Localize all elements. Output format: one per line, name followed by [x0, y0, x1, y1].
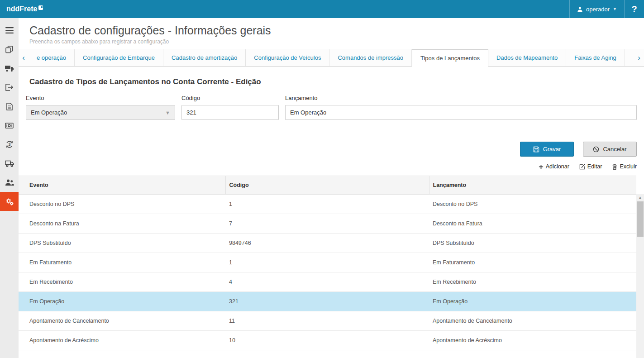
- lancamento-input[interactable]: [285, 105, 637, 120]
- excluir-label: Excluir: [620, 163, 637, 170]
- cell-evento: Apontamento de Cancelamento: [19, 311, 225, 331]
- sidebar-item-truck[interactable]: [0, 59, 19, 78]
- cancelar-button[interactable]: Cancelar: [583, 142, 637, 157]
- cell-evento: Apontamento de Acréscimo: [19, 331, 225, 350]
- scrollbar-up-icon[interactable]: ▲: [636, 194, 644, 201]
- tab-configuracao-de-veiculos[interactable]: Configuração de Veículos: [246, 49, 329, 66]
- topbar: nddFrete operador ▼ ?: [0, 0, 644, 18]
- cell-codigo: 10: [225, 331, 429, 350]
- edit-icon: [579, 164, 585, 170]
- main-content: Cadastro de configurações - Informações …: [19, 18, 644, 358]
- plus-icon: [539, 164, 544, 169]
- table-scrollbar[interactable]: ▲: [636, 194, 644, 358]
- table-row[interactable]: Desconto no DPS 1 Desconto no DPS: [19, 195, 636, 214]
- cell-codigo: 11: [225, 311, 429, 331]
- lancamento-label: Lançamento: [285, 95, 637, 101]
- excluir-link[interactable]: Excluir: [612, 163, 637, 170]
- section-heading: Cadastro de Tipos de Lançamentos no Cont…: [26, 77, 637, 86]
- cell-evento: Em Operação: [19, 292, 225, 311]
- adicionar-link[interactable]: Adicionar: [539, 163, 569, 170]
- document-icon: [6, 103, 13, 110]
- brand-text: nddFrete: [6, 5, 37, 13]
- gravar-label: Gravar: [543, 146, 561, 153]
- settings-gears-icon: [5, 197, 14, 206]
- cell-lancamento: Desconto no DPS: [429, 195, 636, 214]
- tab-configuracao-de-embarque[interactable]: Configuração de Embarque: [75, 49, 163, 66]
- lancamento-field-group: Lançamento: [285, 95, 637, 120]
- tab-spacer: [625, 49, 634, 66]
- sidebar: $: [0, 18, 19, 358]
- tab-bar: ‹ e operação Configuração de Embarque Ca…: [19, 49, 644, 67]
- tab-cadastro-de-amortizacao[interactable]: Cadastro de amortização: [163, 49, 246, 66]
- chevron-right-icon: ›: [638, 53, 640, 62]
- cell-evento: Desconto na Fatura: [19, 214, 225, 234]
- table-row[interactable]: Apontamento de Acréscimo 10 Apontamento …: [19, 331, 636, 350]
- cancelar-label: Cancelar: [603, 146, 626, 153]
- select-caret-icon: ▼: [165, 110, 170, 115]
- user-icon: [577, 6, 583, 12]
- delivery-truck-icon: [5, 160, 14, 167]
- sidebar-item-users[interactable]: [0, 173, 19, 192]
- editar-link[interactable]: Editar: [579, 163, 602, 170]
- svg-text:$: $: [8, 142, 10, 147]
- cell-lancamento: Em Recebimento: [429, 272, 636, 292]
- gravar-button[interactable]: Gravar: [520, 142, 574, 157]
- tab-dados-de-mapeamento[interactable]: Dados de Mapeamento: [488, 49, 566, 66]
- evento-selected-value: Em Operação: [31, 109, 67, 116]
- column-header-lancamento: Lançamento: [429, 176, 636, 195]
- codigo-field-group: Código: [181, 95, 279, 120]
- user-menu[interactable]: operador ▼: [569, 0, 624, 18]
- users-icon: [5, 179, 14, 186]
- tab-tipos-de-lancamentos[interactable]: Tipos de Lançamentos: [412, 49, 488, 67]
- sidebar-item-export[interactable]: [0, 78, 19, 97]
- table-container: Evento Código Lançamento Desconto no DPS…: [19, 176, 644, 358]
- sidebar-item-document[interactable]: [0, 97, 19, 116]
- banknote-icon: [5, 123, 14, 129]
- trash-icon: [612, 164, 617, 170]
- help-label: ?: [631, 4, 637, 14]
- table-row-selected[interactable]: Em Operação 321 Em Operação: [19, 292, 636, 311]
- codigo-input[interactable]: [181, 105, 279, 120]
- table-row[interactable]: Apontamento de Cancelamento 11 Apontamen…: [19, 311, 636, 331]
- export-icon: [5, 84, 13, 91]
- lancamentos-table: Evento Código Lançamento Desconto no DPS…: [19, 176, 636, 350]
- sidebar-item-settings[interactable]: [0, 192, 19, 211]
- adicionar-label: Adicionar: [546, 163, 569, 170]
- table-row[interactable]: Desconto na Fatura 7 Desconto na Fatura: [19, 214, 636, 234]
- page-title: Cadastro de configurações - Informações …: [29, 24, 633, 37]
- brand-logo: nddFrete: [6, 5, 43, 13]
- sidebar-item-delivery-truck[interactable]: [0, 154, 19, 173]
- chevron-down-icon: ▼: [613, 7, 617, 11]
- column-header-evento: Evento: [19, 176, 225, 195]
- tab-comandos-de-impressao[interactable]: Comandos de impressão: [329, 49, 412, 66]
- sidebar-item-copy[interactable]: [0, 40, 19, 59]
- cell-codigo: 9849746: [225, 234, 429, 253]
- evento-label: Evento: [26, 95, 175, 101]
- scrollbar-thumb[interactable]: [637, 201, 644, 237]
- tab-scroll-right[interactable]: ›: [634, 49, 644, 66]
- sidebar-item-money-cycle[interactable]: $: [0, 135, 19, 154]
- truck-icon: [5, 65, 14, 72]
- cell-lancamento: Em Faturamento: [429, 253, 636, 272]
- cell-evento: Em Faturamento: [19, 253, 225, 272]
- cell-codigo: 321: [225, 292, 429, 311]
- sidebar-item-menu[interactable]: [0, 21, 19, 40]
- cell-lancamento: Em Operação: [429, 292, 636, 311]
- cell-evento: Em Recebimento: [19, 272, 225, 292]
- sidebar-item-banknote[interactable]: [0, 116, 19, 135]
- tab-faixas-de-aging[interactable]: Faixas de Aging: [566, 49, 625, 66]
- table-row[interactable]: Em Recebimento 4 Em Recebimento: [19, 272, 636, 292]
- table-row[interactable]: Em Faturamento 1 Em Faturamento: [19, 253, 636, 272]
- evento-field-group: Evento Em Operação ▼: [26, 95, 175, 120]
- cell-lancamento: Desconto na Fatura: [429, 214, 636, 234]
- editar-label: Editar: [587, 163, 602, 170]
- evento-select[interactable]: Em Operação ▼: [26, 105, 175, 120]
- page-header: Cadastro de configurações - Informações …: [19, 18, 644, 45]
- table-header-row: Evento Código Lançamento: [19, 176, 636, 195]
- table-row[interactable]: DPS Substituído 9849746 DPS Substituído: [19, 234, 636, 253]
- tab-scroll-left[interactable]: ‹: [19, 49, 29, 66]
- chevron-left-icon: ‹: [22, 53, 25, 62]
- help-button[interactable]: ?: [624, 0, 644, 18]
- cell-codigo: 7: [225, 214, 429, 234]
- tab-operacao[interactable]: e operação: [29, 49, 75, 66]
